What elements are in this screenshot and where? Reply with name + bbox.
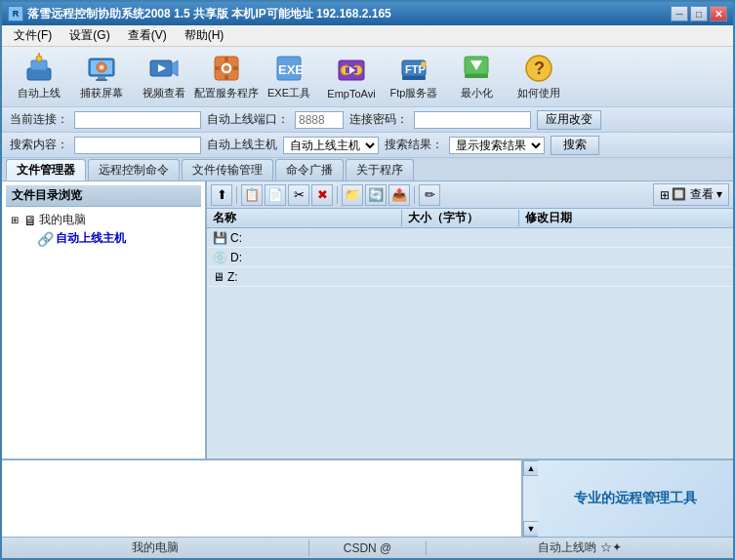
result-select[interactable]: 显示搜索结果 xyxy=(449,137,545,154)
tab-file-transfer[interactable]: 文件传输管理 xyxy=(182,159,273,180)
col-size[interactable]: 大小（字节） xyxy=(402,210,519,226)
ft-paste-btn[interactable]: 📄 xyxy=(265,184,286,206)
port-input[interactable] xyxy=(295,111,344,129)
svg-rect-29 xyxy=(402,76,426,80)
menu-file[interactable]: 文件(F) xyxy=(6,25,60,46)
ftp-server-label: Ftp服务器 xyxy=(390,86,438,100)
ft-view-btn[interactable]: ⊞ 🔲 查看 ▾ xyxy=(653,183,729,206)
menu-help[interactable]: 帮助(H) xyxy=(177,25,232,46)
auto-host-label: 自动上线主机 xyxy=(207,137,277,153)
file-toolbar: ⬆ 📋 📄 ✂ ✖ 📁 🔄 📤 ✏ ⊞ 🔲 查看 ▾ xyxy=(207,181,733,209)
minimize-tool-button[interactable]: 最小化 xyxy=(447,52,506,102)
tab-file-manager[interactable]: 文件管理器 xyxy=(6,159,86,180)
emp-to-avi-label: EmpToAvi xyxy=(327,88,375,100)
svg-rect-17 xyxy=(225,75,228,80)
search-bar: 搜索内容： 自动上线主机 自动上线主机 搜索结果： 显示搜索结果 搜索 xyxy=(2,133,733,158)
how-to-use-label: 如何使用 xyxy=(517,86,560,100)
pwd-label: 连接密码： xyxy=(349,111,408,128)
svg-text:EXE: EXE xyxy=(278,62,304,77)
fm-wrapper: 文件目录浏览 ⊞ 🖥 我的电脑 🔗 自动上线主机 xyxy=(2,181,733,537)
maximize-button[interactable]: □ xyxy=(690,6,708,21)
col-name[interactable]: 名称 xyxy=(207,210,402,226)
svg-point-15 xyxy=(224,65,229,71)
tree-panel: 文件目录浏览 ⊞ 🖥 我的电脑 🔗 自动上线主机 xyxy=(2,181,207,459)
port-label: 自动上线端口： xyxy=(207,111,289,128)
current-conn-input[interactable] xyxy=(74,111,201,129)
drive-d-icon: 💿 xyxy=(213,251,227,264)
menu-bar: 文件(F) 设置(G) 查看(V) 帮助(H) xyxy=(2,25,733,47)
ft-refresh-btn[interactable]: 🔄 xyxy=(365,184,387,206)
auto-online-button[interactable]: 自动上线 xyxy=(10,52,68,102)
minimize-tool-icon xyxy=(461,53,492,84)
ft-cut-btn[interactable]: ✂ xyxy=(288,184,309,206)
app-window: R 落雪远程控制协助系统2008 1.5 共享版 本机IP可能地址 192.16… xyxy=(0,0,735,560)
tree-item-mycomputer[interactable]: ⊞ 🖥 我的电脑 xyxy=(6,211,201,229)
status-bar: 我的电脑 CSDN @ 自动上线哟 ☆✦ xyxy=(2,537,733,558)
current-conn-label: 当前连接： xyxy=(10,111,68,128)
search-label: 搜索内容： xyxy=(10,137,68,153)
close-button[interactable]: ✕ xyxy=(710,6,727,21)
auto-host-select[interactable]: 自动上线主机 xyxy=(283,137,379,154)
video-view-label: 视频查看 xyxy=(143,86,185,100)
tree-child: 🔗 自动上线主机 xyxy=(20,229,201,248)
search-input[interactable] xyxy=(74,137,201,154)
scroll-up-btn[interactable]: ▲ xyxy=(523,460,539,476)
ft-delete-btn[interactable]: ✖ xyxy=(311,184,333,206)
view-label: 🔲 查看 ▾ xyxy=(672,186,722,203)
ft-copy-btn[interactable]: 📋 xyxy=(241,184,263,206)
svg-point-2 xyxy=(36,56,42,61)
capture-screen-icon xyxy=(86,53,117,84)
tab-remote-control[interactable]: 远程控制命令 xyxy=(88,159,180,180)
config-service-label: 配置服务程序 xyxy=(194,86,259,100)
capture-screen-button[interactable]: 捕获屏幕 xyxy=(72,52,131,102)
emp-to-avi-button[interactable]: EmpToAvi xyxy=(322,52,381,102)
svg-marker-11 xyxy=(172,60,178,76)
apply-btn[interactable]: 应用改变 xyxy=(537,110,601,130)
exe-tool-button[interactable]: EXE EXE工具 xyxy=(260,52,318,102)
tab-broadcast[interactable]: 命令广播 xyxy=(275,159,344,180)
grid-icon: ⊞ xyxy=(660,188,670,202)
title-bar: R 落雪远程控制协助系统2008 1.5 共享版 本机IP可能地址 192.16… xyxy=(2,2,733,25)
video-view-button[interactable]: 视频查看 xyxy=(135,52,193,102)
tab-about[interactable]: 关于程序 xyxy=(346,159,414,180)
svg-rect-18 xyxy=(215,66,220,70)
ft-up-btn[interactable]: ⬆ xyxy=(211,184,232,206)
ft-sep-2 xyxy=(337,186,338,204)
svg-text:?: ? xyxy=(534,59,545,78)
drive-c-icon: 💾 xyxy=(213,231,227,245)
svg-rect-19 xyxy=(233,66,238,70)
how-to-use-icon: ? xyxy=(523,53,554,84)
pwd-input[interactable] xyxy=(414,111,531,129)
file-row[interactable]: 💾 C: xyxy=(207,228,733,248)
how-to-use-button[interactable]: ? 如何使用 xyxy=(510,52,568,102)
tree-item-online-host[interactable]: 🔗 自动上线主机 xyxy=(20,229,201,248)
ft-rename-btn[interactable]: ✏ xyxy=(419,184,440,206)
file-list: 💾 C: 💿 D: xyxy=(207,228,733,459)
tab-bar: 文件管理器 远程控制命令 文件传输管理 命令广播 关于程序 xyxy=(2,158,733,181)
ftp-server-button[interactable]: FTP Ftp服务器 xyxy=(385,52,443,102)
auto-online-label: 自动上线 xyxy=(18,86,61,100)
ftp-server-icon: FTP xyxy=(398,53,429,84)
config-service-button[interactable]: 配置服务程序 xyxy=(197,52,256,102)
config-service-icon xyxy=(211,53,242,84)
file-row[interactable]: 🖥 Z: xyxy=(207,267,733,287)
bottom-left xyxy=(2,460,522,537)
menu-settings[interactable]: 设置(G) xyxy=(61,25,117,46)
search-btn[interactable]: 搜索 xyxy=(551,136,599,155)
status-mid: CSDN @ xyxy=(309,541,427,555)
scroll-down-btn[interactable]: ▼ xyxy=(523,521,539,537)
drive-z-icon: 🖥 xyxy=(213,270,225,284)
capture-screen-label: 捕获屏幕 xyxy=(80,86,123,100)
title-buttons: ─ □ ✕ xyxy=(671,6,727,21)
status-right: 自动上线哟 ☆✦ xyxy=(427,540,733,556)
menu-view[interactable]: 查看(V) xyxy=(120,25,175,46)
col-date[interactable]: 修改日期 xyxy=(519,210,733,226)
svg-rect-9 xyxy=(96,79,107,81)
minimize-button[interactable]: ─ xyxy=(671,6,688,21)
my-computer-label: 我的电脑 xyxy=(39,212,86,228)
ft-send-btn[interactable]: 📤 xyxy=(388,184,410,206)
ft-new-folder-btn[interactable]: 📁 xyxy=(342,184,363,206)
auto-online-icon xyxy=(23,53,55,84)
status-left: 我的电脑 xyxy=(2,540,309,556)
file-row[interactable]: 💿 D: xyxy=(207,248,733,267)
